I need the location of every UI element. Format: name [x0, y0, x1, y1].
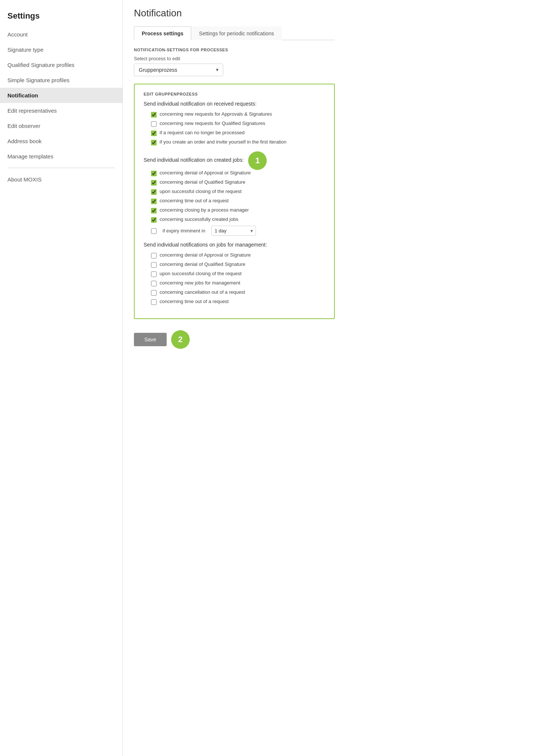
- expiry-checkbox[interactable]: [151, 228, 157, 234]
- sidebar-item-qualified-signature-profiles[interactable]: Qualified Signature profiles: [0, 57, 122, 73]
- sidebar-item-simple-signature-profiles[interactable]: Simple Signature profiles: [0, 73, 122, 88]
- group2-checkbox-2[interactable]: [151, 189, 157, 195]
- edit-box: EDIT GRUPPENPROZESS Send individual noti…: [134, 84, 335, 319]
- sidebar-item-manage-templates[interactable]: Manage templates: [0, 149, 122, 164]
- process-dropdown[interactable]: Gruppenprozess: [134, 64, 223, 76]
- sidebar-item-account[interactable]: Account: [0, 27, 122, 42]
- group3-checkbox-list: concerning denial of Approval or Signatu…: [144, 252, 325, 305]
- sidebar-item-edit-representatives[interactable]: Edit representatives: [0, 103, 122, 118]
- group1-checkbox-0[interactable]: [151, 112, 157, 118]
- group3-item-4[interactable]: concerning cancellation out of a request: [151, 289, 325, 296]
- group1-checkbox-1[interactable]: [151, 121, 157, 127]
- group3-checkbox-3[interactable]: [151, 281, 157, 286]
- group1-checkbox-3[interactable]: [151, 140, 157, 145]
- group3-checkbox-5[interactable]: [151, 299, 157, 305]
- group2-item-2[interactable]: upon successful closing of the request: [151, 189, 325, 195]
- expiry-dropdown[interactable]: 1 day 2 days 3 days 5 days 7 days: [211, 226, 256, 236]
- group3-item-1[interactable]: concerning denial of Qualified Signature: [151, 261, 325, 268]
- group2-checkbox-4[interactable]: [151, 208, 157, 213]
- main-content: Notification Process settings Settings f…: [123, 0, 346, 756]
- sidebar-item-signature-type[interactable]: Signature type: [0, 42, 122, 57]
- group3-checkbox-1[interactable]: [151, 262, 157, 268]
- group2-label: Send individual notification on created …: [144, 157, 244, 163]
- group1-item-3[interactable]: if you create an order and invite yourse…: [151, 139, 325, 145]
- group2-item-0[interactable]: concerning denial of Approval or Signatu…: [151, 170, 325, 176]
- sidebar-item-notification[interactable]: Notification: [0, 88, 122, 103]
- group3-checkbox-4[interactable]: [151, 290, 157, 296]
- edit-box-title: EDIT GRUPPENPROZESS: [144, 92, 325, 96]
- group1-checkbox-2[interactable]: [151, 131, 157, 136]
- tab-process-settings[interactable]: Process settings: [134, 26, 191, 40]
- expiry-item: if expiry imminent in 1 day 2 days 3 day…: [151, 226, 325, 236]
- group1-checkbox-list: concerning new requests for Approvals & …: [144, 111, 325, 145]
- group2-checkbox-1[interactable]: [151, 180, 157, 186]
- expiry-dropdown-wrap: 1 day 2 days 3 days 5 days 7 days ▼: [211, 226, 256, 236]
- select-process-label: Select process to edit: [134, 56, 335, 61]
- group2-checkbox-list: concerning denial of Approval or Signatu…: [144, 170, 325, 236]
- sidebar-item-address-book[interactable]: Address book: [0, 133, 122, 149]
- group3-label: Send individual notifications on jobs fo…: [144, 242, 325, 248]
- save-button[interactable]: Save: [134, 333, 167, 346]
- group3-checkbox-2[interactable]: [151, 271, 157, 277]
- group3-item-0[interactable]: concerning denial of Approval or Signatu…: [151, 252, 325, 258]
- badge-1: 1: [248, 151, 267, 170]
- group3-item-5[interactable]: concerning time out of a request: [151, 299, 325, 305]
- badge-2: 2: [171, 330, 190, 349]
- group1-item-1[interactable]: concerning new requests for Qualified Si…: [151, 120, 325, 127]
- group2-item-3[interactable]: concerning time out of a request: [151, 198, 325, 204]
- sidebar-title: Settings: [0, 7, 122, 27]
- group2-header-row: Send individual notification on created …: [144, 151, 325, 170]
- group3-checkbox-0[interactable]: [151, 253, 157, 258]
- sidebar-item-about-moxis[interactable]: About MOXIS: [0, 172, 122, 187]
- group2-item-5[interactable]: concerning successfully created jobs: [151, 216, 325, 223]
- group3-item-2[interactable]: upon successful closing of the request: [151, 271, 325, 277]
- group1-item-0[interactable]: concerning new requests for Approvals & …: [151, 111, 325, 118]
- sidebar-divider: [7, 168, 115, 168]
- group2-item-4[interactable]: concerning closing by a process manager: [151, 207, 325, 213]
- group2-checkbox-0[interactable]: [151, 171, 157, 176]
- group3-item-3[interactable]: concerning new jobs for management: [151, 280, 325, 286]
- notification-settings-label: NOTIFICATION-SETTINGS FOR PROCESSES: [134, 48, 335, 52]
- group1-item-2[interactable]: if a request can no longer be processed: [151, 130, 325, 136]
- group2-checkbox-5[interactable]: [151, 217, 157, 223]
- group2-item-1[interactable]: concerning denial of Qualified Signature: [151, 179, 325, 186]
- save-row: Save 2: [134, 326, 335, 353]
- tabs-bar: Process settings Settings for periodic n…: [134, 26, 335, 40]
- sidebar-item-edit-observer[interactable]: Edit observer: [0, 118, 122, 133]
- process-dropdown-wrap: Gruppenprozess ▼: [134, 64, 223, 76]
- sidebar: Settings Account Signature type Qualifie…: [0, 0, 123, 756]
- group1-label: Send individual notification on received…: [144, 101, 325, 107]
- page-title: Notification: [134, 7, 335, 19]
- tab-periodic-notifications[interactable]: Settings for periodic notifications: [191, 26, 282, 40]
- group2-checkbox-3[interactable]: [151, 199, 157, 204]
